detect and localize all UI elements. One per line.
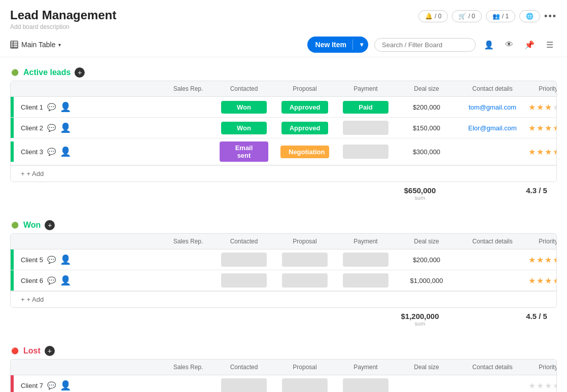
proposal-badge[interactable]: Approved [281,122,329,134]
priority-cell: ★★★★★ [528,375,557,392]
client-name-cell: Client 6 💬 👤 [11,270,163,291]
table-row: Client 2 💬 👤 Won Approved $150,000 Elor@… [11,118,556,138]
col-header: Sales Rep. [163,81,214,96]
group-toggle[interactable]: 🟢 [10,68,19,77]
add-item-button[interactable]: + + Add [11,166,163,182]
contacted-badge[interactable]: Email sent [220,141,268,162]
summary-row: $650,000 sum 4.3 / 5 [10,182,557,205]
sales-rep-cell [163,141,214,162]
col-header: Proposal [274,360,335,375]
contact-cell: Elor@gmail.com [457,118,528,138]
group-title[interactable]: Lost [23,346,41,355]
deal-size-value: $300,000 [413,148,440,156]
filter-icon[interactable]: ☰ [543,38,557,52]
add-item-button[interactable]: + + Add [11,292,163,307]
star-3: ★ [545,147,552,157]
payment-empty [343,378,388,392]
search-input[interactable] [374,38,476,52]
star-3: ★ [545,102,552,112]
chat-icon[interactable]: 💬 [47,276,56,284]
deal-size-value: $150,000 [413,124,440,132]
proposal-badge[interactable]: Approved [281,101,329,114]
proposal-badge[interactable]: Negotiation [280,146,329,158]
proposal-cell [274,250,335,270]
add-column-button[interactable]: + [45,220,55,230]
new-item-label: New Item [315,41,350,49]
col-header: Priority [528,81,557,96]
person-icon[interactable]: 👤 [60,275,71,286]
button-divider [352,40,353,50]
chat-icon[interactable]: 💬 [47,103,56,111]
group-bar [11,375,14,392]
deal-size-value: $200,000 [413,103,440,111]
contacted-empty [221,253,267,267]
add-column-button[interactable]: + [75,67,85,78]
contacted-badge[interactable]: Won [221,122,267,134]
person-icon[interactable]: 👤 [60,122,71,133]
more-button[interactable]: ••• [544,11,557,22]
star-rating: ★★★★★ [528,102,557,112]
table-row: Client 1 💬 👤 Won Approved Paid $200,000 … [11,97,556,118]
group-title[interactable]: Active leads [23,68,70,77]
contacted-cell [214,270,274,291]
priority-avg: 4.3 / 5 [516,186,557,195]
payment-badge[interactable]: Paid [343,101,388,114]
main-table-button[interactable]: Main Table ▾ [10,41,61,49]
page-title: Lead Management [10,8,116,22]
contact-email[interactable]: tom@gmail.com [469,103,516,111]
inbox-count: / 0 [468,13,475,20]
user-icon[interactable]: 👤 [482,38,496,52]
group-bar [11,97,14,117]
col-header: Deal size [396,234,457,249]
contacted-badge[interactable]: Won [221,101,267,114]
chat-icon[interactable]: 💬 [47,148,56,156]
contact-cell [457,250,528,270]
client-name: Client 7 [21,382,43,389]
group-lost: 🔴 Lost + Sales Rep.ContactedProposalPaym… [10,346,557,392]
payment-empty [343,273,388,288]
star-rating: ★★★★★ [528,255,557,265]
chat-icon[interactable]: 💬 [47,381,56,389]
team-pill[interactable]: 👥 / 1 [486,10,515,22]
client-name: Client 5 [21,256,43,264]
column-headers: Sales Rep.ContactedProposalPaymentDeal s… [11,360,556,375]
col-header: Contact details [457,81,528,96]
payment-empty [343,121,388,135]
pin-icon[interactable]: 📌 [522,38,537,52]
payment-summary [324,186,384,201]
star-1: ★ [528,255,536,265]
eye-icon[interactable]: 👁 [502,38,516,52]
new-item-button[interactable]: New Item ▾ [307,37,368,53]
add-column-button[interactable]: + [45,346,55,356]
star-rating: ★★★★★ [528,123,557,133]
star-rating: ★★★★★ [528,147,557,157]
group-toggle[interactable]: 🔴 [10,346,19,355]
inbox-pill[interactable]: 🛒 / 0 [452,10,481,22]
person-icon[interactable]: 👤 [60,146,71,157]
proposal-empty [282,378,328,392]
contact-email[interactable]: Elor@gmail.com [468,124,517,132]
globe-pill[interactable]: 🌐 [519,10,540,22]
payment-cell [335,118,396,138]
group-title[interactable]: Won [23,221,41,230]
deal-sum: $1,200,000 [384,312,455,320]
chat-icon[interactable]: 💬 [47,124,56,132]
col-header: Contacted [214,81,274,96]
page-header: Lead Management Add board description 🔔 … [0,0,567,32]
header-left: Lead Management Add board description [10,8,116,30]
notifications-pill[interactable]: 🔔 / 0 [418,10,448,22]
page-subtitle[interactable]: Add board description [10,23,116,30]
deal-sum-label: sum [384,195,455,201]
star-1: ★ [528,276,536,286]
group-toggle[interactable]: 🟢 [10,221,19,230]
contact-cell [457,141,528,162]
table-icon [10,41,18,49]
priority-cell: ★★★★★ [528,141,557,162]
chat-icon[interactable]: 💬 [47,256,56,264]
contacted-cell: Email sent [214,138,274,165]
priority-summary: 4.5 / 5 [516,312,557,327]
person-icon[interactable]: 👤 [60,101,71,113]
star-2: ★ [537,102,544,112]
person-icon[interactable]: 👤 [60,380,71,391]
person-icon[interactable]: 👤 [60,254,71,265]
